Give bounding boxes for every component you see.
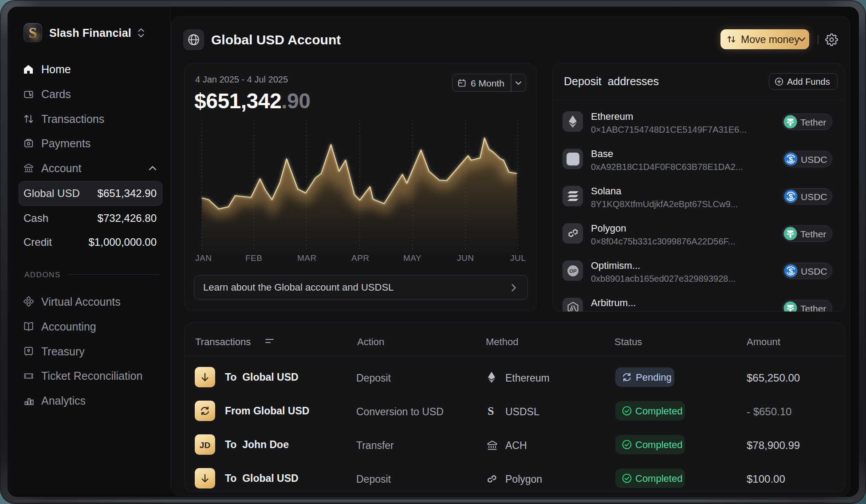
svg-text:$: $ — [789, 193, 793, 201]
svg-text:$: $ — [789, 267, 793, 276]
svg-text:$: $ — [789, 155, 793, 164]
